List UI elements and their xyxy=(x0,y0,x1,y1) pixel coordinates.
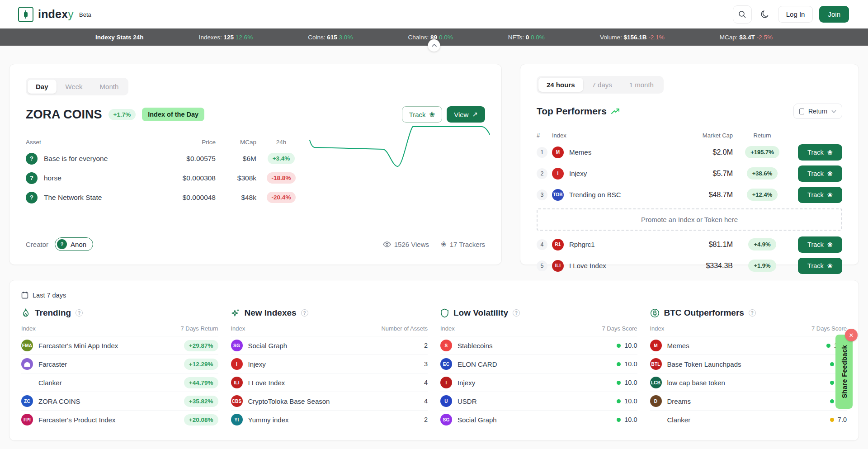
track-flower-icon: ❀ xyxy=(827,149,833,156)
tab-day[interactable]: Day xyxy=(28,80,57,94)
score-value: 10.0 xyxy=(624,379,637,386)
col-7-days-return: 7 Days Return xyxy=(180,325,218,332)
info-icon[interactable]: ? xyxy=(75,309,83,317)
tab-1-month[interactable]: 1 month xyxy=(621,78,662,92)
list-item[interactable]: FPIFarcaster's Product Index+20.08% xyxy=(21,410,218,429)
collapse-statsbar-button[interactable] xyxy=(428,39,440,52)
list-item[interactable]: MMemes10.0 xyxy=(650,336,847,354)
list-item[interactable]: Farcaster+12.29% xyxy=(21,354,218,373)
asset-table: Asset Price MCap 24h ?Base is for everyo… xyxy=(26,135,286,207)
performer-row[interactable]: 3 TOBTrending on BSC $48.7M +12.4% Track… xyxy=(537,184,842,205)
track-index-button[interactable]: Track❀ xyxy=(798,236,842,253)
performer-row[interactable]: 5 ILII Love Index $334.3B +1.9% Track❀ xyxy=(537,255,842,276)
asset-row[interactable]: ?Base is for everyone $0.00575 $6M +3.4% xyxy=(26,149,286,168)
list-item[interactable]: Clanker+44.79% xyxy=(21,373,218,392)
flame-icon xyxy=(21,308,30,318)
candlestick-logo-icon xyxy=(18,7,33,22)
btc-outperformers-title-row: BTC Outperformers ? xyxy=(650,308,847,318)
col-rank: # xyxy=(537,132,552,139)
list-item[interactable]: SGSocial Graph2 xyxy=(231,336,428,354)
list-item[interactable]: SGSocial Graph10.0 xyxy=(440,410,637,429)
top-navbar: indexy Beta Log In Join xyxy=(0,0,868,28)
tab-week[interactable]: Week xyxy=(57,80,91,94)
list-item[interactable]: ZCZORA COINS+35.82% xyxy=(21,392,218,410)
asset-count: 2 xyxy=(424,416,428,423)
track-index-button[interactable]: Track❀ xyxy=(798,165,842,182)
score-dot xyxy=(830,399,834,403)
index-name: Clanker xyxy=(38,379,62,387)
track-index-button[interactable]: Track❀ xyxy=(798,258,842,274)
info-icon[interactable]: ? xyxy=(749,309,756,317)
farcaster-avatar xyxy=(21,358,33,370)
index-meta: 1526 Views ❀ 17 Trackers xyxy=(383,240,485,248)
tab-7-days[interactable]: 7 days xyxy=(584,78,620,92)
theme-toggle-button[interactable] xyxy=(758,8,772,21)
index-return: +1.9% xyxy=(748,260,776,272)
asset-row[interactable]: ?horse $0.000308 $308k -18.8% xyxy=(26,168,286,188)
lists-grid: Trending ? Index 7 Days Return FMAFarcas… xyxy=(21,308,847,429)
return-filter-dropdown[interactable]: Return xyxy=(793,104,842,119)
top-performers-card: 24 hours 7 days 1 month Top Performers R… xyxy=(520,64,859,265)
index-name: USDR xyxy=(458,397,477,405)
track-index-button[interactable]: Track❀ xyxy=(798,144,842,161)
list-item[interactable]: FMAFarcaster's Mini App Index+29.87% xyxy=(21,336,218,354)
promote-banner[interactable]: Promote an Index or Token here xyxy=(537,208,842,231)
performer-row[interactable]: 1 MMemes $2.0M +195.7% Track❀ xyxy=(537,142,842,163)
index-mcap: $334.3B xyxy=(679,262,733,270)
track-label: Track xyxy=(807,170,824,177)
return-pill: +12.29% xyxy=(184,359,218,370)
index-avatar: SG xyxy=(440,414,452,425)
track-flower-icon: ❀ xyxy=(827,191,833,199)
index-name: Farcaster's Product Index xyxy=(38,416,115,424)
login-button[interactable]: Log In xyxy=(778,6,813,23)
tab-month[interactable]: Month xyxy=(92,80,127,94)
stat-change: 3.0% xyxy=(339,34,353,41)
asset-row[interactable]: ?The Network State $0.000048 $48k -20.4% xyxy=(26,188,286,207)
list-item[interactable]: YIYummy index2 xyxy=(231,410,428,429)
share-feedback-tab[interactable]: ✕ Share Feedback xyxy=(835,335,853,409)
stat-change: 0.0% xyxy=(531,34,545,41)
index-avatar: ILI xyxy=(552,260,564,272)
btc-outperformers-section: BTC Outperformers ? Index 7 Days Score M… xyxy=(650,308,847,429)
info-icon[interactable]: ? xyxy=(513,309,520,317)
list-item[interactable]: BTLBase Token Launchpads8.0 xyxy=(650,354,847,373)
list-item[interactable]: CBSCryptoToloka Base Season4 xyxy=(231,392,428,410)
performer-row[interactable]: 4 R1Rphgrc1 $81.1M +4.9% Track❀ xyxy=(537,234,842,255)
creator-label: Creator xyxy=(26,241,48,248)
list-item[interactable]: IInjexy3 xyxy=(231,354,428,373)
last-7-days: Last 7 days xyxy=(21,291,847,299)
logo[interactable]: indexy Beta xyxy=(18,7,91,22)
performer-row[interactable]: 2 IInjexy $5.7M +38.6% Track❀ xyxy=(537,163,842,184)
return-pill: +29.87% xyxy=(184,340,218,351)
index-avatar: FMA xyxy=(21,340,33,351)
score-value: 10.0 xyxy=(624,397,637,405)
token-question-icon: ? xyxy=(26,172,38,184)
creator-chip[interactable]: ? Anon xyxy=(55,237,93,251)
list-item[interactable]: ECELON CARD10.0 xyxy=(440,354,637,373)
index-mcap: $5.7M xyxy=(679,170,733,178)
search-button[interactable] xyxy=(733,5,752,24)
list-item[interactable]: Clanker7.0 xyxy=(650,410,847,429)
list-item[interactable]: ILII Love Index4 xyxy=(231,373,428,392)
list-item[interactable]: UUSDR10.0 xyxy=(440,392,637,410)
index-return: +195.7% xyxy=(745,146,779,158)
col-index: Index xyxy=(440,325,455,332)
tab-24-hours[interactable]: 24 hours xyxy=(538,78,583,92)
index-of-day-badge: Index of the Day xyxy=(142,108,204,121)
list-item[interactable]: LCBlow cap base token7.4 xyxy=(650,373,847,392)
list-item[interactable]: IInjexy10.0 xyxy=(440,373,637,392)
index-change-badge: +1.7% xyxy=(108,109,136,120)
join-button[interactable]: Join xyxy=(819,6,849,23)
track-button-label: Track xyxy=(409,111,426,118)
info-icon[interactable]: ? xyxy=(301,309,308,317)
asset-price: $0.000048 xyxy=(164,194,216,202)
stat-label: Chains: xyxy=(408,34,429,41)
creator-avatar: ? xyxy=(57,239,67,249)
track-index-button[interactable]: Track❀ xyxy=(798,187,842,203)
list-item[interactable]: SStablecoins10.0 xyxy=(440,336,637,354)
close-icon[interactable]: ✕ xyxy=(845,329,858,341)
list-item[interactable]: DDreams7.2 xyxy=(650,392,847,410)
period-tabs: Day Week Month xyxy=(26,78,128,95)
index-mcap: $81.1M xyxy=(679,241,733,249)
low-volatility-section: Low Volatility ? Index 7 Days Score SSta… xyxy=(440,308,637,429)
